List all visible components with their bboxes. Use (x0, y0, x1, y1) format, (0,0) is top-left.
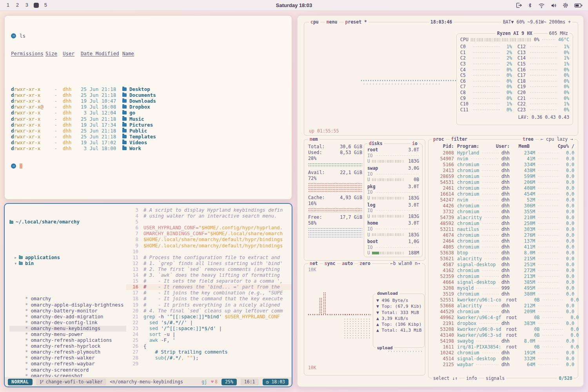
proc-nav[interactable]: ← cpu lazy → (539, 136, 575, 142)
line-number: 3 (126, 207, 143, 213)
process-row[interactable]: 16614 chromium dhh 454M 0.0 (432, 191, 574, 197)
net-option[interactable]: zero (358, 261, 372, 266)
tab-menu[interactable]: menu (325, 19, 339, 25)
process-row[interactable]: 44529 chromium dhh 209M 0.0 (432, 309, 574, 314)
process-row[interactable]: 53621 alacritty dhh 215M 0.0 (432, 256, 574, 261)
tree-file[interactable]: omarchy-refresh-waybar (9, 361, 126, 367)
header-mem[interactable]: MemB (513, 143, 530, 149)
process-row[interactable]: 52551 kworker/u96:1-co root 0B 0.0 (432, 297, 574, 303)
workspace-button[interactable]: 5 (43, 3, 48, 8)
process-row[interactable]: 53638 btop dhh 8.0M 0.0 (432, 250, 574, 256)
tree-file[interactable]: omarchy-battery-monitor (9, 308, 126, 314)
header-user[interactable]: User: (496, 143, 513, 149)
tab-filter[interactable]: filter (450, 136, 469, 142)
tab-net[interactable]: net (308, 261, 319, 266)
process-cpu: 0.0 (562, 338, 574, 344)
workspace-button[interactable]: 2 (15, 3, 20, 8)
core-name: C22 (517, 101, 528, 107)
header-pid[interactable]: Pid: (432, 143, 454, 149)
process-row[interactable]: 53208 kworker/u96:0-sd root 0B 0.0 (432, 326, 574, 332)
process-row[interactable]: 5166 chromium dhh 334M 0.0 (432, 162, 574, 167)
tree-file[interactable]: omarchy-refresh-walker (9, 355, 126, 361)
footer-info[interactable]: info (465, 376, 479, 381)
process-row[interactable]: 4674 chromium dhh 276M 0.0 (432, 232, 574, 238)
code-segment: # using walker for an interactive search… (143, 213, 277, 219)
process-row[interactable]: 2413 chromium dhh 438M 0.0 (432, 167, 574, 173)
header-cpu[interactable]: Cpu% / (556, 143, 574, 149)
battery-icon[interactable] (574, 3, 583, 8)
workspace-button[interactable]: 4 (34, 3, 39, 8)
footer-select[interactable]: select ↓↑ (432, 376, 459, 381)
tab-cpu[interactable]: cpu (309, 19, 320, 25)
io-toggle[interactable]: io (410, 141, 419, 146)
process-row[interactable]: 53211 nautilus dhh 303M 0.0 (432, 226, 574, 232)
process-row[interactable]: 49962 kworker/u96:4-gf root 0B 0.0 (432, 314, 574, 320)
process-row[interactable]: 48592 chromium dhh 250M 0.0 (432, 220, 574, 226)
tab-tree[interactable]: tree (521, 136, 535, 142)
process-row[interactable]: 4805 chromium dhh 411M 0.0 (432, 244, 574, 250)
disk-used-meter (372, 215, 404, 218)
process-row[interactable]: 4664 signal-desktop dhh 385M 0.0 (432, 279, 574, 285)
process-row[interactable]: 3208 mysqld 999 495M 0.0 (432, 285, 574, 291)
net-option[interactable]: auto (341, 261, 355, 266)
tab-mem[interactable]: mem (308, 136, 319, 142)
tree-file[interactable]: omarchy-dev-config-link (9, 320, 126, 326)
footer-signals[interactable]: signals (484, 376, 506, 381)
bluetooth-icon[interactable] (528, 2, 532, 8)
net-stats-panel: download ▼ 496 Byte/s▼ Top: (67,9 Kib)▼ … (373, 294, 425, 348)
process-row[interactable]: 2464 chromium dhh 137M 0.0 (432, 238, 574, 244)
disk-io-label: IO (367, 171, 373, 177)
process-row[interactable]: 53668 alacritty dhh 212M 0.0 (432, 303, 574, 309)
process-row[interactable]: 54531 chromium dhh 206M 0.0 (432, 179, 574, 185)
process-row[interactable]: 2191 dropbox dhh 383M 0.0 (432, 320, 574, 326)
tree-file[interactable]: omarchy-screenshot (9, 373, 126, 377)
tree-file[interactable]: omarchy-refresh-plymouth (9, 349, 126, 355)
process-row[interactable]: 2461 chromium dhh 408M 0.0 (432, 185, 574, 191)
tree-directory[interactable]: ▾ bin (9, 261, 126, 267)
logout-icon[interactable] (516, 2, 522, 8)
process-row[interactable]: 4426 chromium dhh 306M 0.0 (432, 203, 574, 209)
dir-name: Public (122, 128, 147, 134)
net-interface[interactable]: ←b wlan0 n→ (389, 261, 422, 266)
process-row[interactable]: 52359 chromium dhh 213M 0.0 (432, 273, 574, 279)
prompt-line-empty[interactable] (11, 163, 292, 169)
process-row[interactable]: 54198 swaybg dhh 8.0M 0.0 (432, 338, 574, 344)
volume-icon[interactable] (551, 3, 557, 8)
tree-file[interactable]: omarchy-dev-add-migration (9, 314, 126, 320)
workspace-button[interactable]: 1 (5, 3, 11, 8)
disk-used-meter (372, 233, 404, 236)
process-row[interactable]: 4514 signal-desktop dhh 332M 0.0 (432, 356, 574, 361)
process-list: 2008 Hyprland dhh 234M 0.0 54907 nvim dh… (432, 150, 574, 367)
tree-file[interactable]: omarchy-refresh-applications (9, 338, 126, 343)
tree-file[interactable]: omarchy-refresh-hyprlock (9, 343, 126, 349)
workspace-button[interactable]: 3 (24, 3, 29, 8)
process-row[interactable]: 2008 Hyprland dhh 234M 0.0 (432, 150, 574, 156)
tree-file[interactable]: omarchy (9, 296, 126, 302)
settings-gear-icon[interactable] (563, 2, 568, 8)
process-row[interactable]: 54247 nvim dhh 52M 0.0 (432, 197, 574, 203)
tree-file[interactable]: omarchy-menu-power (9, 332, 126, 338)
process-row[interactable]: 3732 chromium dhh 355M 0.0 (432, 209, 574, 214)
tree-root[interactable]: ~/.local/share/omarchy (9, 219, 126, 225)
tab-proc[interactable]: proc (432, 136, 446, 142)
tab-preset[interactable]: preset * (344, 19, 368, 25)
process-row[interactable]: 3519 chromium dhh 380M 0.0 (432, 291, 574, 297)
process-row[interactable]: 1611 irq/81-PIXA3854: root 0B 0.0 (432, 344, 574, 350)
tree-file[interactable]: omarchy-apple-display-brightness (9, 302, 126, 308)
process-row[interactable]: 43140 kworker/u96:3-sd root 0B 0.0 (432, 332, 574, 338)
tree-directory[interactable]: ▸ applications (9, 255, 126, 261)
tree-file[interactable]: omarchy-screenrecord (9, 367, 126, 373)
process-row[interactable]: 54907 nvim dhh 41M 0.0 (432, 156, 574, 162)
process-user: dhh (501, 238, 519, 244)
header-program[interactable]: Program: (457, 143, 496, 149)
process-row[interactable]: 4162 chromium dhh 272M 0.0 (432, 267, 574, 273)
process-row[interactable]: 54739 alacritty dhh 210M 0.0 (432, 214, 574, 220)
process-row[interactable]: 28659 chromium dhh 599M 0.0 (432, 173, 574, 179)
wifi-icon[interactable] (538, 3, 545, 8)
dir-name: Templates (122, 134, 156, 140)
process-row[interactable]: 4587 signal-desktop dhh 251M 0.0 (432, 261, 574, 267)
tree-file[interactable]: omarchy-menu-keybindings (9, 326, 126, 332)
process-row[interactable]: 10242 chromium dhh 191M 0.0 (432, 350, 574, 356)
process-row[interactable]: 2125 waybar dhh 64M 0.0 (432, 361, 574, 367)
net-option[interactable]: sync (323, 261, 337, 266)
